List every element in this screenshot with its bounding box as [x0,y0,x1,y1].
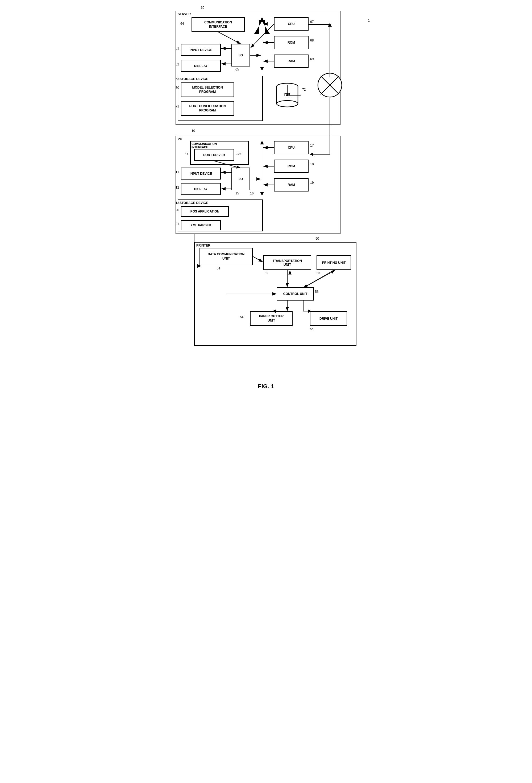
network-symbol [317,72,343,98]
ref-19: 19 [310,181,314,185]
ref-67: 67 [310,20,314,24]
printer-label: PRINTER [196,244,210,247]
ref-1: 1 [368,19,370,22]
ref-12: 12 [176,186,179,189]
ref-21: 21 [176,222,179,226]
ref-62: 62 [176,63,179,66]
svg-text:DB: DB [284,93,290,97]
server-ram-box: RAM [274,55,309,68]
ref-60: 60 [201,6,204,9]
ref-20: 20 [176,208,179,212]
ref-64: 64 [180,22,184,26]
server-label: SERVER [178,12,191,16]
ref-51: 51 [217,267,220,270]
svg-point-4 [277,100,298,107]
ref-14: 14 [185,152,188,156]
ref-50: 50 [315,237,319,241]
server-model-box: MODEL SELECTIONPROGRAM [181,83,234,97]
server-io-box: I/O [231,44,250,66]
pc-xml-box: XML PARSER [181,220,221,230]
ref-65: 65 [236,68,239,71]
ref-56: 56 [315,290,318,294]
printer-printing-box: PRINTING UNIT [317,255,351,270]
ref-13: 13 [176,201,179,205]
server-comm-interface-box: COMMUNICATIONINTERFACE [191,17,245,32]
ref-17: 17 [310,144,314,147]
ref-61: 61 [176,46,179,50]
pc-io-box: I/O [231,167,250,190]
ref-22: ~22 [236,152,241,156]
ref-69: 69 [310,57,314,61]
figure-label: FIG. 1 [160,383,372,390]
printer-paper-cutter-box: PAPER CUTTERUNIT [250,311,292,326]
ref-18: 18 [310,162,314,166]
ref-53: 53 [317,271,320,275]
server-storage-label: STORAGE DEVICE [180,77,208,81]
pc-rom-box: ROM [274,160,309,173]
pc-comm-label: COMMUNICATIONINTERFACE [191,142,217,149]
ref-11: 11 [176,170,179,174]
diagram: 60 1 SERVER COMMUNICATIONINTERFACE 64 I/… [160,5,372,378]
pc-display-box: DISPLAY [181,183,221,195]
page: 60 1 SERVER COMMUNICATIONINTERFACE 64 I/… [160,5,372,390]
server-display-box: DISPLAY [181,60,221,72]
pc-pos-box: POS APPLICATION [181,206,229,217]
ref-72: 72 [302,88,306,92]
pc-port-driver-box: PORT DRIVER [194,149,234,161]
pc-ram-box: RAM [274,178,309,191]
pc-label: PC [178,137,182,141]
ref-52: 52 [265,271,268,275]
ref-68: 68 [310,38,314,42]
printer-data-comm-box: DATA COMMUNICATIONUNIT [199,248,253,265]
printer-control-box: CONTROL UNIT [277,287,314,301]
server-input-box: INPUT DEVICE [181,44,221,56]
ref-70: 70 [176,86,179,90]
ref-16: 16 [250,191,253,195]
ref-71: 71 [176,104,179,108]
pc-cpu-box: CPU [274,141,309,154]
printer-transport-box: TRANSPORTATIONUNIT [263,255,311,270]
ref-63: 63 [176,77,179,81]
pc-input-box: INPUT DEVICE [181,167,221,180]
ref-10: 10 [191,129,195,133]
server-rom-box: ROM [274,36,309,49]
ref-15: 15 [236,191,239,195]
printer-drive-box: DRIVE UNIT [310,311,347,326]
ref-54: 54 [240,315,243,319]
ref-55: 55 [310,327,313,331]
server-cpu-box: CPU [274,17,309,31]
pc-storage-label: STORAGE DEVICE [180,201,208,205]
server-port-config-box: PORT CONFIGURATIONPROGRAM [181,101,234,116]
server-db: DB [274,83,301,106]
